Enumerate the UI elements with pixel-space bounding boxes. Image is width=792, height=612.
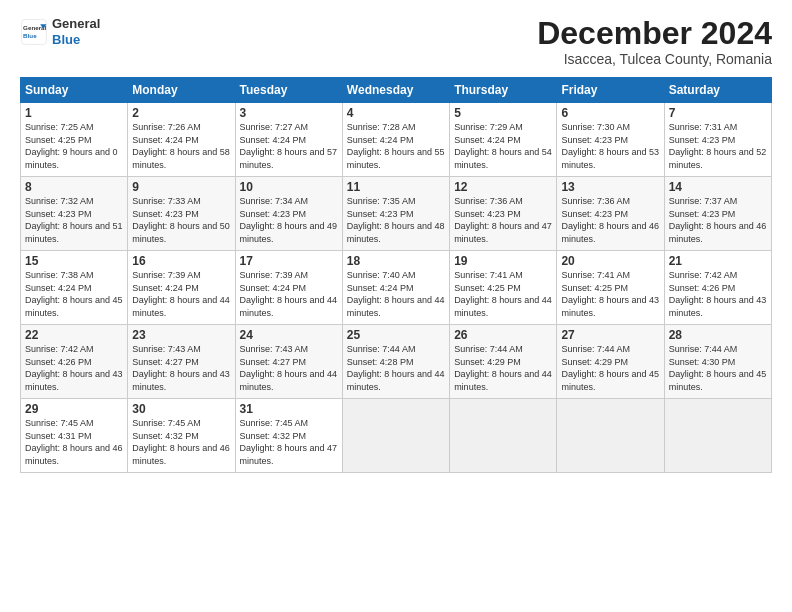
day-info: Sunrise: 7:39 AMSunset: 4:24 PMDaylight:… — [240, 269, 338, 319]
column-header-sunday: Sunday — [21, 78, 128, 103]
day-info: Sunrise: 7:36 AMSunset: 4:23 PMDaylight:… — [454, 195, 552, 245]
day-number: 27 — [561, 328, 659, 342]
calendar-cell: 14Sunrise: 7:37 AMSunset: 4:23 PMDayligh… — [664, 177, 771, 251]
day-number: 8 — [25, 180, 123, 194]
calendar-cell — [664, 399, 771, 473]
calendar-header-row: SundayMondayTuesdayWednesdayThursdayFrid… — [21, 78, 772, 103]
day-number: 3 — [240, 106, 338, 120]
calendar-cell: 29Sunrise: 7:45 AMSunset: 4:31 PMDayligh… — [21, 399, 128, 473]
day-number: 1 — [25, 106, 123, 120]
column-header-saturday: Saturday — [664, 78, 771, 103]
day-number: 23 — [132, 328, 230, 342]
logo-text-general: General — [52, 16, 100, 32]
day-info: Sunrise: 7:37 AMSunset: 4:23 PMDaylight:… — [669, 195, 767, 245]
calendar-cell: 1Sunrise: 7:25 AMSunset: 4:25 PMDaylight… — [21, 103, 128, 177]
column-header-monday: Monday — [128, 78, 235, 103]
column-header-friday: Friday — [557, 78, 664, 103]
calendar-title: December 2024 — [537, 16, 772, 51]
calendar-cell: 23Sunrise: 7:43 AMSunset: 4:27 PMDayligh… — [128, 325, 235, 399]
day-info: Sunrise: 7:42 AMSunset: 4:26 PMDaylight:… — [669, 269, 767, 319]
day-info: Sunrise: 7:44 AMSunset: 4:30 PMDaylight:… — [669, 343, 767, 393]
calendar-subtitle: Isaccea, Tulcea County, Romania — [537, 51, 772, 67]
svg-text:Blue: Blue — [23, 32, 37, 39]
calendar-cell: 3Sunrise: 7:27 AMSunset: 4:24 PMDaylight… — [235, 103, 342, 177]
header: General Blue General Blue December 2024 … — [20, 16, 772, 67]
calendar-cell: 17Sunrise: 7:39 AMSunset: 4:24 PMDayligh… — [235, 251, 342, 325]
calendar-cell: 31Sunrise: 7:45 AMSunset: 4:32 PMDayligh… — [235, 399, 342, 473]
day-info: Sunrise: 7:36 AMSunset: 4:23 PMDaylight:… — [561, 195, 659, 245]
day-number: 9 — [132, 180, 230, 194]
calendar-table: SundayMondayTuesdayWednesdayThursdayFrid… — [20, 77, 772, 473]
column-header-thursday: Thursday — [450, 78, 557, 103]
day-info: Sunrise: 7:32 AMSunset: 4:23 PMDaylight:… — [25, 195, 123, 245]
calendar-cell: 7Sunrise: 7:31 AMSunset: 4:23 PMDaylight… — [664, 103, 771, 177]
logo-icon: General Blue — [20, 18, 48, 46]
day-number: 5 — [454, 106, 552, 120]
calendar-cell — [342, 399, 449, 473]
calendar-cell: 4Sunrise: 7:28 AMSunset: 4:24 PMDaylight… — [342, 103, 449, 177]
day-number: 22 — [25, 328, 123, 342]
column-header-tuesday: Tuesday — [235, 78, 342, 103]
day-info: Sunrise: 7:29 AMSunset: 4:24 PMDaylight:… — [454, 121, 552, 171]
day-number: 11 — [347, 180, 445, 194]
day-info: Sunrise: 7:45 AMSunset: 4:31 PMDaylight:… — [25, 417, 123, 467]
day-info: Sunrise: 7:27 AMSunset: 4:24 PMDaylight:… — [240, 121, 338, 171]
day-number: 2 — [132, 106, 230, 120]
calendar-week-1: 1Sunrise: 7:25 AMSunset: 4:25 PMDaylight… — [21, 103, 772, 177]
calendar-week-2: 8Sunrise: 7:32 AMSunset: 4:23 PMDaylight… — [21, 177, 772, 251]
day-info: Sunrise: 7:44 AMSunset: 4:29 PMDaylight:… — [561, 343, 659, 393]
day-info: Sunrise: 7:44 AMSunset: 4:28 PMDaylight:… — [347, 343, 445, 393]
day-number: 25 — [347, 328, 445, 342]
calendar-cell: 9Sunrise: 7:33 AMSunset: 4:23 PMDaylight… — [128, 177, 235, 251]
day-number: 10 — [240, 180, 338, 194]
calendar-cell: 15Sunrise: 7:38 AMSunset: 4:24 PMDayligh… — [21, 251, 128, 325]
calendar-cell: 2Sunrise: 7:26 AMSunset: 4:24 PMDaylight… — [128, 103, 235, 177]
day-number: 13 — [561, 180, 659, 194]
calendar-cell: 10Sunrise: 7:34 AMSunset: 4:23 PMDayligh… — [235, 177, 342, 251]
day-info: Sunrise: 7:35 AMSunset: 4:23 PMDaylight:… — [347, 195, 445, 245]
day-number: 28 — [669, 328, 767, 342]
day-number: 18 — [347, 254, 445, 268]
calendar-cell — [557, 399, 664, 473]
day-info: Sunrise: 7:45 AMSunset: 4:32 PMDaylight:… — [132, 417, 230, 467]
day-number: 31 — [240, 402, 338, 416]
calendar-cell: 24Sunrise: 7:43 AMSunset: 4:27 PMDayligh… — [235, 325, 342, 399]
day-number: 20 — [561, 254, 659, 268]
calendar-cell: 26Sunrise: 7:44 AMSunset: 4:29 PMDayligh… — [450, 325, 557, 399]
day-info: Sunrise: 7:43 AMSunset: 4:27 PMDaylight:… — [240, 343, 338, 393]
calendar-cell: 22Sunrise: 7:42 AMSunset: 4:26 PMDayligh… — [21, 325, 128, 399]
column-header-wednesday: Wednesday — [342, 78, 449, 103]
day-info: Sunrise: 7:25 AMSunset: 4:25 PMDaylight:… — [25, 121, 123, 171]
day-info: Sunrise: 7:38 AMSunset: 4:24 PMDaylight:… — [25, 269, 123, 319]
day-info: Sunrise: 7:41 AMSunset: 4:25 PMDaylight:… — [454, 269, 552, 319]
day-number: 6 — [561, 106, 659, 120]
day-number: 24 — [240, 328, 338, 342]
day-info: Sunrise: 7:26 AMSunset: 4:24 PMDaylight:… — [132, 121, 230, 171]
day-number: 29 — [25, 402, 123, 416]
calendar-cell: 12Sunrise: 7:36 AMSunset: 4:23 PMDayligh… — [450, 177, 557, 251]
day-number: 17 — [240, 254, 338, 268]
calendar-cell: 16Sunrise: 7:39 AMSunset: 4:24 PMDayligh… — [128, 251, 235, 325]
day-info: Sunrise: 7:28 AMSunset: 4:24 PMDaylight:… — [347, 121, 445, 171]
day-info: Sunrise: 7:30 AMSunset: 4:23 PMDaylight:… — [561, 121, 659, 171]
title-block: December 2024 Isaccea, Tulcea County, Ro… — [537, 16, 772, 67]
calendar-week-5: 29Sunrise: 7:45 AMSunset: 4:31 PMDayligh… — [21, 399, 772, 473]
day-info: Sunrise: 7:41 AMSunset: 4:25 PMDaylight:… — [561, 269, 659, 319]
calendar-container: General Blue General Blue December 2024 … — [0, 0, 792, 483]
calendar-week-3: 15Sunrise: 7:38 AMSunset: 4:24 PMDayligh… — [21, 251, 772, 325]
calendar-cell: 8Sunrise: 7:32 AMSunset: 4:23 PMDaylight… — [21, 177, 128, 251]
day-info: Sunrise: 7:39 AMSunset: 4:24 PMDaylight:… — [132, 269, 230, 319]
calendar-cell: 30Sunrise: 7:45 AMSunset: 4:32 PMDayligh… — [128, 399, 235, 473]
day-number: 19 — [454, 254, 552, 268]
calendar-cell: 28Sunrise: 7:44 AMSunset: 4:30 PMDayligh… — [664, 325, 771, 399]
day-info: Sunrise: 7:44 AMSunset: 4:29 PMDaylight:… — [454, 343, 552, 393]
day-number: 12 — [454, 180, 552, 194]
logo: General Blue General Blue — [20, 16, 100, 47]
calendar-cell: 11Sunrise: 7:35 AMSunset: 4:23 PMDayligh… — [342, 177, 449, 251]
day-number: 26 — [454, 328, 552, 342]
calendar-cell: 27Sunrise: 7:44 AMSunset: 4:29 PMDayligh… — [557, 325, 664, 399]
day-info: Sunrise: 7:40 AMSunset: 4:24 PMDaylight:… — [347, 269, 445, 319]
calendar-cell: 20Sunrise: 7:41 AMSunset: 4:25 PMDayligh… — [557, 251, 664, 325]
day-number: 21 — [669, 254, 767, 268]
day-info: Sunrise: 7:43 AMSunset: 4:27 PMDaylight:… — [132, 343, 230, 393]
